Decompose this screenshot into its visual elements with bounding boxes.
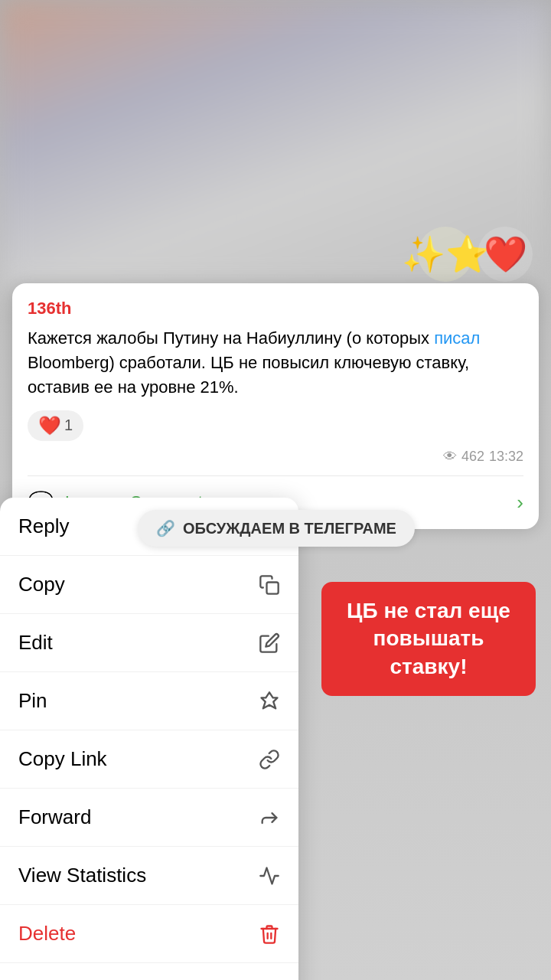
edit-label: Edit [18, 631, 53, 655]
menu-item-pin[interactable]: Pin [0, 672, 298, 730]
message-reactions: ❤️ 1 [28, 410, 523, 441]
telegram-bubble-label: ОБСУЖДАЕМ В ТЕЛЕГРАМЕ [183, 520, 396, 537]
forward-label: Forward [18, 805, 91, 829]
message-meta: 👁 462 13:32 [28, 449, 523, 475]
forward-icon [259, 807, 280, 828]
views-count: 462 [461, 449, 484, 465]
heart-emoji: ❤️ [478, 227, 533, 282]
reply-label: Reply [18, 514, 69, 538]
delete-icon [259, 923, 280, 945]
copy-label: Copy [18, 573, 65, 596]
message-text: Кажется жалобы Путину на Набиуллину (о к… [28, 326, 523, 400]
statistics-icon [259, 865, 280, 887]
heart-reaction-icon: ❤️ [38, 415, 61, 436]
menu-item-edit[interactable]: Edit [0, 614, 298, 672]
view-statistics-label: View Statistics [18, 864, 146, 887]
menu-item-copy-link[interactable]: Copy Link [0, 730, 298, 789]
telegram-bubble-icon: 🔗 [156, 519, 175, 537]
link-icon [259, 749, 280, 770]
menu-item-delete[interactable]: Delete [0, 905, 298, 963]
svg-rect-0 [267, 582, 279, 593]
menu-item-forward[interactable]: Forward [0, 789, 298, 847]
context-menu: Reply Copy Edit Pin Copy Link Forward [0, 498, 298, 980]
menu-item-copy[interactable]: Copy [0, 556, 298, 614]
telegram-bubble[interactable]: 🔗 ОБСУЖДАЕМ В ТЕЛЕГРАМЕ [138, 510, 415, 547]
pin-label: Pin [18, 689, 47, 713]
comment-chevron-icon: › [517, 491, 523, 514]
copy-link-label: Copy Link [18, 747, 107, 771]
reaction-count: 1 [64, 416, 73, 434]
menu-item-view-statistics[interactable]: View Statistics [0, 847, 298, 905]
star-emoji: ✨⭐ [418, 227, 473, 282]
channel-name: 136th [28, 299, 523, 318]
menu-item-select[interactable]: Select [0, 963, 298, 980]
announcement-text: ЦБ не стал еще повышать ставку! [340, 597, 517, 681]
delete-label: Delete [18, 922, 76, 946]
message-card: 136th Кажется жалобы Путину на Набиуллин… [12, 283, 539, 529]
reaction-heart-badge[interactable]: ❤️ 1 [28, 410, 83, 441]
message-time: 13:32 [489, 449, 523, 465]
message-link[interactable]: писал [434, 328, 480, 348]
announcement-banner: ЦБ не стал еще повышать ставку! [321, 582, 536, 696]
views-icon: 👁 [443, 449, 457, 465]
pin-icon [259, 691, 280, 712]
edit-icon [259, 632, 280, 654]
copy-icon [259, 574, 280, 596]
emoji-reactions-container: ✨⭐ ❤️ [418, 227, 533, 282]
